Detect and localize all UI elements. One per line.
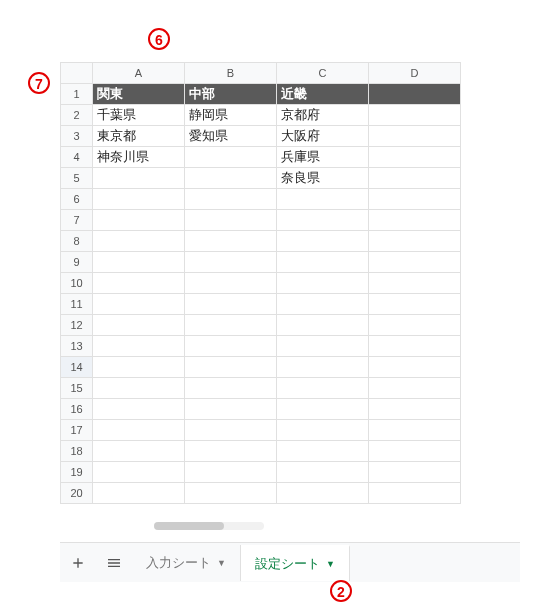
row-header[interactable]: 10 (61, 273, 93, 294)
cell[interactable] (185, 294, 277, 315)
scrollbar-thumb[interactable] (154, 522, 224, 530)
cell[interactable] (277, 210, 369, 231)
cell[interactable] (369, 483, 461, 504)
cell[interactable]: 近畿 (277, 84, 369, 105)
cell[interactable] (369, 252, 461, 273)
cell[interactable] (369, 441, 461, 462)
cell[interactable] (369, 84, 461, 105)
cell[interactable]: 奈良県 (277, 168, 369, 189)
row-header[interactable]: 15 (61, 378, 93, 399)
cell[interactable] (277, 441, 369, 462)
row-header[interactable]: 7 (61, 210, 93, 231)
cell[interactable] (185, 441, 277, 462)
cell[interactable] (93, 168, 185, 189)
cell[interactable] (93, 420, 185, 441)
cell[interactable] (369, 357, 461, 378)
cell[interactable] (369, 147, 461, 168)
sheet-tab-active[interactable]: 設定シート ▼ (241, 545, 350, 581)
cell[interactable] (93, 441, 185, 462)
cell[interactable] (185, 462, 277, 483)
row-header[interactable]: 16 (61, 399, 93, 420)
row-header[interactable]: 8 (61, 231, 93, 252)
all-sheets-button[interactable] (96, 545, 132, 581)
horizontal-scrollbar[interactable] (154, 522, 264, 530)
cell[interactable] (93, 273, 185, 294)
row-header[interactable]: 13 (61, 336, 93, 357)
cell[interactable] (93, 294, 185, 315)
cell[interactable] (369, 378, 461, 399)
cell[interactable] (277, 483, 369, 504)
row-header[interactable]: 4 (61, 147, 93, 168)
sheet-tab-inactive[interactable]: 入力シート ▼ (132, 545, 241, 581)
cell[interactable] (277, 420, 369, 441)
row-header[interactable]: 17 (61, 420, 93, 441)
cell[interactable] (185, 483, 277, 504)
cell[interactable] (93, 483, 185, 504)
cell[interactable] (93, 231, 185, 252)
cell[interactable] (185, 189, 277, 210)
cell[interactable] (185, 273, 277, 294)
row-header[interactable]: 20 (61, 483, 93, 504)
cell[interactable] (185, 252, 277, 273)
cell[interactable] (369, 189, 461, 210)
row-header[interactable]: 19 (61, 462, 93, 483)
spreadsheet-grid[interactable]: ABCD1関東中部近畿2千葉県静岡県京都府3東京都愛知県大阪府4神奈川県兵庫県5… (60, 62, 520, 536)
cell[interactable] (369, 126, 461, 147)
cell[interactable] (369, 399, 461, 420)
cell[interactable] (369, 273, 461, 294)
row-header[interactable]: 1 (61, 84, 93, 105)
row-header[interactable]: 12 (61, 315, 93, 336)
cell[interactable] (185, 357, 277, 378)
cell[interactable] (185, 420, 277, 441)
cell[interactable] (93, 189, 185, 210)
cell[interactable] (277, 252, 369, 273)
cell[interactable] (93, 252, 185, 273)
cell[interactable] (277, 294, 369, 315)
corner-cell[interactable] (61, 63, 93, 84)
cell[interactable]: 大阪府 (277, 126, 369, 147)
add-sheet-button[interactable] (60, 545, 96, 581)
cell[interactable]: 中部 (185, 84, 277, 105)
row-header[interactable]: 14 (61, 357, 93, 378)
row-header[interactable]: 3 (61, 126, 93, 147)
column-header[interactable]: B (185, 63, 277, 84)
cell[interactable] (277, 336, 369, 357)
cell[interactable] (277, 462, 369, 483)
row-header[interactable]: 5 (61, 168, 93, 189)
cell[interactable] (93, 315, 185, 336)
cell[interactable] (277, 399, 369, 420)
cell[interactable] (277, 231, 369, 252)
column-header[interactable]: A (93, 63, 185, 84)
cell[interactable] (93, 399, 185, 420)
cell[interactable] (185, 168, 277, 189)
cell[interactable] (93, 462, 185, 483)
cell[interactable]: 東京都 (93, 126, 185, 147)
cell[interactable] (277, 315, 369, 336)
cell[interactable] (185, 336, 277, 357)
cell[interactable] (185, 399, 277, 420)
cell[interactable] (185, 210, 277, 231)
cell[interactable] (369, 315, 461, 336)
row-header[interactable]: 18 (61, 441, 93, 462)
cell[interactable]: 兵庫県 (277, 147, 369, 168)
cell[interactable] (185, 231, 277, 252)
cell[interactable] (93, 336, 185, 357)
cell[interactable] (369, 231, 461, 252)
cell[interactable] (369, 462, 461, 483)
cell[interactable]: 神奈川県 (93, 147, 185, 168)
row-header[interactable]: 9 (61, 252, 93, 273)
cell[interactable]: 静岡県 (185, 105, 277, 126)
cell[interactable]: 千葉県 (93, 105, 185, 126)
cell[interactable] (369, 336, 461, 357)
cell[interactable] (369, 294, 461, 315)
cell[interactable] (93, 357, 185, 378)
cell[interactable] (93, 378, 185, 399)
cell[interactable] (369, 168, 461, 189)
cell[interactable] (93, 210, 185, 231)
cell[interactable] (185, 315, 277, 336)
cell[interactable] (185, 147, 277, 168)
row-header[interactable]: 2 (61, 105, 93, 126)
cell[interactable] (277, 378, 369, 399)
row-header[interactable]: 6 (61, 189, 93, 210)
cell[interactable] (277, 189, 369, 210)
